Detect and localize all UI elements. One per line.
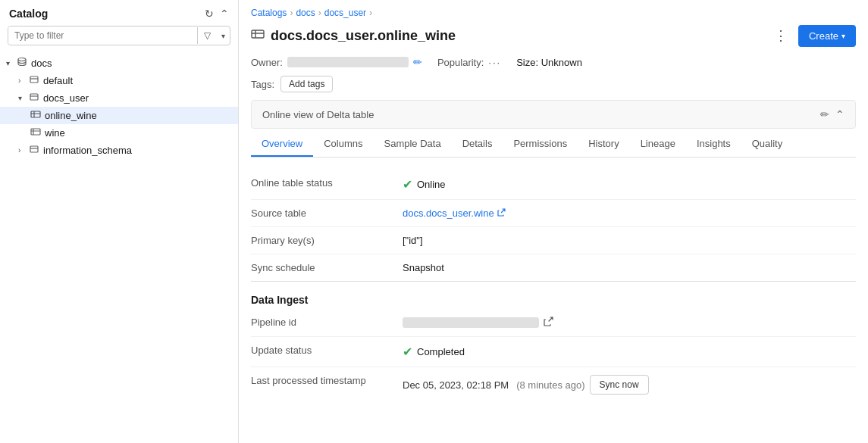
edit-owner-icon[interactable]: ✏	[413, 56, 422, 68]
add-tags-button[interactable]: Add tags	[280, 76, 333, 92]
field-row-status: Online table status ✔ Online	[251, 170, 856, 200]
sidebar-item-label: docs_user	[43, 92, 89, 104]
chevron-open-icon: ▾	[6, 59, 17, 67]
table-icon	[30, 126, 41, 139]
chevron-open-icon: ▾	[18, 94, 29, 102]
pipeline-external-link-icon[interactable]	[544, 317, 553, 329]
schema-icon	[29, 74, 39, 87]
svg-rect-4	[31, 129, 40, 135]
tab-history[interactable]: History	[578, 132, 629, 157]
search-input[interactable]	[8, 27, 197, 45]
field-row-timestamp: Last processed timestamp Dec 05, 2023, 0…	[251, 367, 856, 402]
tabs: Overview Columns Sample Data Details Per…	[251, 132, 856, 158]
svg-rect-6	[252, 30, 264, 38]
sidebar: Catalog ↻ ⌃ ▽ ▾ ▾ docs › default	[0, 0, 239, 443]
sidebar-item-online-wine[interactable]: online_wine	[0, 107, 238, 124]
svg-rect-2	[30, 94, 38, 100]
header-actions: ⋮ Create ▾	[769, 24, 856, 47]
svg-rect-5	[30, 146, 38, 152]
size-meta: Size: Unknown	[516, 57, 582, 68]
field-value-pipeline-id	[403, 317, 856, 329]
popularity-meta: Popularity: ···	[437, 57, 501, 68]
owner-bar	[287, 57, 409, 67]
sidebar-item-information-schema[interactable]: › information_schema	[0, 142, 238, 159]
banner-icons: ✏ ⌃	[820, 108, 844, 120]
pipeline-id-bar	[403, 317, 539, 328]
breadcrumb-docs[interactable]: docs	[296, 8, 315, 18]
chevron-down-icon: ▾	[841, 32, 845, 40]
tab-insights[interactable]: Insights	[686, 132, 741, 157]
more-options-button[interactable]: ⋮	[769, 24, 792, 47]
field-value-update-status: ✔ Completed	[403, 345, 856, 359]
tab-overview[interactable]: Overview	[251, 132, 313, 157]
field-row-update-status: Update status ✔ Completed	[251, 337, 856, 367]
sidebar-item-label: wine	[45, 127, 65, 139]
sidebar-item-label: default	[43, 75, 73, 86]
filter-icon[interactable]: ▽	[197, 27, 217, 44]
sidebar-header: Catalog ↻ ⌃	[0, 0, 238, 26]
field-value-timestamp: Dec 05, 2023, 02:18 PM (8 minutes ago) S…	[403, 375, 856, 395]
tab-columns[interactable]: Columns	[313, 132, 373, 157]
field-row-primary-key: Primary key(s) ["id"]	[251, 227, 856, 254]
sidebar-tree: ▾ docs › default ▾ docs_user	[0, 51, 238, 443]
tab-quality[interactable]: Quality	[741, 132, 793, 157]
overview-content: Online table status ✔ Online Source tabl…	[239, 158, 868, 443]
sidebar-item-wine[interactable]: wine	[0, 124, 238, 142]
status-completed-icon: ✔	[403, 345, 412, 359]
chevron-closed-icon: ›	[18, 146, 29, 154]
chevron-closed-icon: ›	[18, 76, 29, 85]
sidebar-item-default[interactable]: › default	[0, 72, 238, 89]
field-row-sync-schedule: Sync schedule Snapshot	[251, 254, 856, 282]
field-value-status: ✔ Online	[403, 177, 856, 192]
create-button[interactable]: Create ▾	[798, 25, 856, 47]
breadcrumb-docs-user[interactable]: docs_user	[324, 8, 366, 18]
collapse-banner-icon[interactable]: ⌃	[835, 108, 844, 120]
tab-sample-data[interactable]: Sample Data	[373, 132, 451, 157]
field-row-source: Source table docs.docs_user.wine	[251, 200, 856, 227]
online-table-icon	[30, 109, 41, 122]
main-content: Catalogs › docs › docs_user › docs.docs_…	[239, 0, 868, 443]
table-info-banner: Online view of Delta table ✏ ⌃	[251, 100, 856, 129]
status-ok-icon: ✔	[403, 177, 412, 192]
page-title: docs.docs_user.online_wine	[271, 28, 456, 44]
sidebar-item-label: docs	[31, 58, 52, 69]
source-table-link[interactable]: docs.docs_user.wine	[403, 207, 506, 219]
online-table-title-icon	[251, 27, 265, 44]
svg-rect-3	[31, 111, 40, 117]
filter-chevron-icon[interactable]: ▾	[217, 29, 230, 43]
field-row-pipeline-id: Pipeline id	[251, 309, 856, 337]
page-title-row: docs.docs_user.online_wine	[251, 27, 456, 44]
owner-meta: Owner: ✏	[251, 56, 422, 68]
svg-rect-1	[30, 76, 38, 83]
edit-banner-icon[interactable]: ✏	[820, 108, 829, 120]
field-value-source: docs.docs_user.wine	[403, 207, 856, 219]
database-icon	[17, 57, 27, 70]
collapse-icon[interactable]: ⌃	[220, 8, 229, 20]
svg-point-0	[18, 58, 26, 61]
popularity-dots: ···	[488, 57, 501, 68]
schema-icon	[29, 144, 39, 157]
page-header: docs.docs_user.online_wine ⋮ Create ▾	[239, 21, 868, 53]
breadcrumb-catalogs[interactable]: Catalogs	[251, 8, 287, 18]
schema-icon	[29, 92, 39, 105]
breadcrumb: Catalogs › docs › docs_user ›	[239, 0, 868, 21]
meta-row: Owner: ✏ Popularity: ··· Size: Unknown	[239, 53, 868, 74]
field-value-sync-schedule: Snapshot	[403, 262, 856, 273]
tab-permissions[interactable]: Permissions	[503, 132, 578, 157]
refresh-icon[interactable]: ↻	[205, 8, 214, 20]
sidebar-header-icons: ↻ ⌃	[205, 8, 229, 20]
field-value-primary-key: ["id"]	[403, 235, 856, 246]
sidebar-item-label: information_schema	[43, 145, 132, 156]
external-link-icon	[497, 208, 506, 218]
sidebar-item-label: online_wine	[45, 110, 97, 121]
sidebar-item-docs[interactable]: ▾ docs	[0, 55, 238, 72]
tags-row: Tags: Add tags	[239, 74, 868, 100]
sync-now-button[interactable]: Sync now	[590, 375, 649, 395]
tab-details[interactable]: Details	[452, 132, 503, 157]
sidebar-title: Catalog	[9, 8, 48, 20]
data-ingest-title: Data Ingest	[251, 294, 856, 306]
sidebar-item-docs-user[interactable]: ▾ docs_user	[0, 89, 238, 107]
sidebar-search: ▽ ▾	[0, 26, 238, 51]
tab-lineage[interactable]: Lineage	[630, 132, 686, 157]
